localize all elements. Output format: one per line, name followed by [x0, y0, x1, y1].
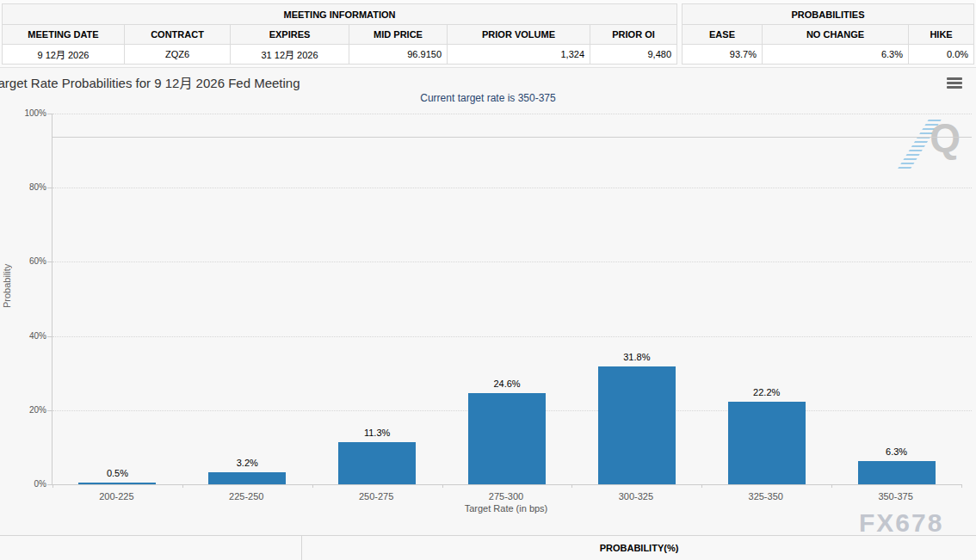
col-contract: CONTRACT [125, 25, 231, 45]
bar[interactable] [598, 366, 676, 484]
x-tick-label: 350-375 [844, 491, 948, 502]
x-axis-tick [53, 484, 53, 488]
gridline [53, 262, 972, 262]
expires-value: 31 12月 2026 [231, 45, 349, 65]
bar[interactable] [858, 461, 936, 484]
chart-title: Target Rate Probabilities for 9 12月 2026… [0, 73, 300, 91]
x-axis-tick [312, 484, 313, 488]
bar-value-label: 3.2% [208, 458, 286, 468]
y-tick-label: 100% [0, 108, 46, 118]
x-tick-label: 275-300 [454, 491, 558, 502]
fed-target-rate-chart: Target Rate Probabilities for 9 12月 2026… [0, 67, 976, 536]
chart-subtitle: Current target rate is 350-375 [0, 92, 976, 104]
bar-value-label: 31.8% [598, 352, 676, 362]
probabilities-table: PROBABILITIES EASE NO CHANGE HIKE 93.7% … [682, 3, 974, 65]
prior-oi-value: 9,480 [590, 45, 677, 65]
y-axis-tick [47, 188, 52, 188]
meeting-date-value: 9 12月 2026 [3, 45, 125, 65]
col-hike: HIKE [909, 25, 974, 45]
meeting-information-header-row: MEETING DATE CONTRACT EXPIRES MID PRICE … [3, 25, 677, 45]
y-tick-label: 20% [0, 405, 46, 415]
gridline [53, 188, 972, 188]
bar[interactable] [208, 472, 286, 484]
col-meeting-date: MEETING DATE [3, 25, 125, 45]
bar-value-label: 0.5% [78, 468, 156, 478]
x-tick-label: 200-225 [65, 491, 168, 502]
x-tick-label: 225-250 [195, 491, 298, 502]
y-tick-label: 0% [0, 479, 46, 489]
x-tick-label: 250-275 [324, 491, 428, 502]
probabilities-header-row: EASE NO CHANGE HIKE [683, 25, 974, 45]
top-tables-strip: MEETING INFORMATION MEETING DATE CONTRAC… [0, 0, 976, 67]
x-axis-tick [961, 484, 962, 488]
bar[interactable] [78, 483, 156, 484]
probability-header: PROBABILITY(%) [302, 536, 976, 560]
bar-value-label: 6.3% [858, 446, 936, 457]
y-tick-label: 40% [0, 331, 46, 341]
y-axis-tick [47, 114, 52, 114]
bar[interactable] [338, 442, 416, 484]
hamburger-menu-icon[interactable] [947, 77, 962, 89]
no-change-value: 6.3% [763, 45, 909, 65]
y-tick-label: 60% [0, 256, 46, 266]
x-axis-title: Target Rate (in bps) [52, 503, 961, 514]
mid-price-value: 96.9150 [349, 45, 448, 65]
x-axis-tick [831, 484, 832, 488]
x-tick-label: 300-325 [584, 491, 688, 502]
x-axis-tick [571, 484, 572, 488]
bottom-probability-bar: PROBABILITY(%) [0, 535, 976, 560]
gridline [53, 114, 972, 114]
x-axis-tick [182, 484, 183, 488]
contract-value: ZQZ6 [125, 45, 231, 65]
col-no-change: NO CHANGE [763, 25, 909, 45]
y-axis-tick [47, 262, 52, 262]
col-prior-oi: PRIOR OI [590, 25, 677, 45]
y-axis-tick [47, 484, 52, 485]
plot-area: 0.5%3.2%11.3%24.6%31.8%22.2%6.3% [52, 114, 961, 485]
gridline [53, 336, 972, 337]
prior-volume-value: 1,324 [448, 45, 590, 65]
col-expires: EXPIRES [231, 25, 349, 45]
meeting-information-value-row: 9 12月 2026 ZQZ6 31 12月 2026 96.9150 1,32… [3, 45, 677, 65]
bottom-bar-left-cell [0, 536, 302, 560]
bar-value-label: 11.3% [338, 428, 416, 438]
col-mid-price: MID PRICE [349, 25, 448, 45]
col-prior-volume: PRIOR VOLUME [448, 25, 590, 45]
reference-line [53, 137, 972, 138]
probabilities-value-row: 93.7% 6.3% 0.0% [683, 45, 974, 65]
bar[interactable] [728, 402, 806, 484]
col-ease: EASE [683, 25, 763, 45]
meeting-information-table: MEETING INFORMATION MEETING DATE CONTRAC… [2, 3, 677, 65]
y-axis-tick [47, 410, 52, 411]
y-tick-label: 80% [0, 182, 46, 192]
fx678-watermark: FX678 [859, 508, 943, 538]
x-axis-tick [442, 484, 443, 488]
probabilities-title: PROBABILITIES [683, 4, 974, 25]
meeting-information-title: MEETING INFORMATION [3, 4, 677, 25]
bar-value-label: 24.6% [468, 378, 546, 389]
bar[interactable] [468, 393, 546, 484]
x-tick-label: 325-350 [714, 491, 818, 502]
y-axis-tick [47, 336, 52, 337]
bar-value-label: 22.2% [728, 387, 806, 397]
x-axis-tick [701, 484, 702, 488]
ease-value: 93.7% [683, 45, 763, 65]
hike-value: 0.0% [909, 45, 974, 65]
